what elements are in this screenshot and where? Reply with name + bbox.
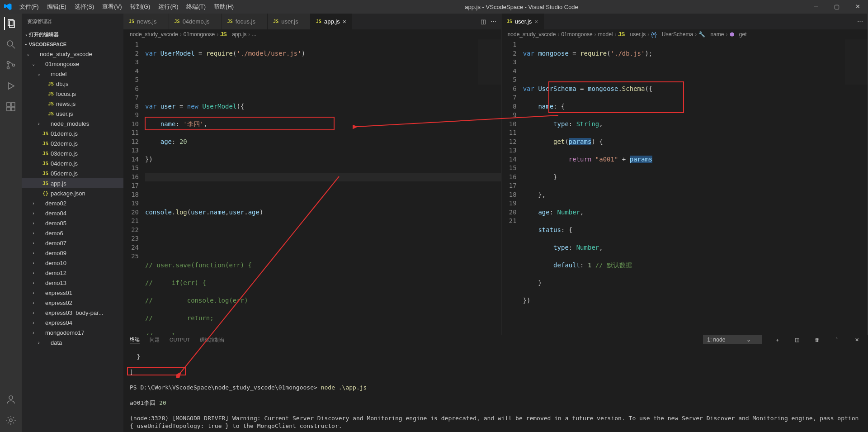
tree-item[interactable]: JS05demo.js (22, 168, 123, 178)
tree-item[interactable]: ›demo6 (22, 228, 123, 238)
search-icon[interactable] (5, 38, 17, 51)
svg-rect-11 (11, 103, 15, 106)
new-terminal-icon[interactable]: ＋ (772, 337, 782, 343)
svg-rect-1 (9, 21, 14, 28)
more-icon[interactable]: ⋯ (491, 18, 496, 25)
svg-line-3 (12, 46, 15, 48)
editor-group-1: JSnews.js× JS04demo.js× JSfocus.js× JSus… (123, 14, 501, 335)
close-button[interactable]: ✕ (847, 0, 868, 14)
split-editor-icon[interactable]: ◫ (481, 18, 486, 25)
tree-item[interactable]: {}package.json (22, 188, 123, 198)
svg-rect-0 (8, 19, 13, 26)
minimap[interactable] (478, 39, 501, 85)
sidebar: 资源管理器 ⋯ ›打开的编辑器 ›VSCODESPACE ⌄node_study… (22, 14, 123, 432)
kill-terminal-icon[interactable]: 🗑 (812, 337, 822, 342)
sidebar-title: 资源管理器 (27, 18, 52, 25)
editor-group-2: JSuser.js× ⋯ node_study_vscode› 01mongoo… (501, 14, 868, 335)
minimize-button[interactable]: ─ (806, 0, 826, 14)
tree-item[interactable]: ⌄model (22, 69, 123, 79)
tree-item[interactable]: ›demo09 (22, 248, 123, 258)
tab-news[interactable]: JSnews.js× (123, 14, 169, 29)
breadcrumb-1[interactable]: node_study_vscode› 01mongoose› JS app.js… (123, 29, 501, 39)
vscode-icon (0, 3, 16, 11)
tab-user-2[interactable]: JSuser.js× (501, 14, 544, 29)
svg-point-4 (7, 62, 9, 64)
tree-item[interactable]: JSapp.js (22, 178, 123, 188)
scm-icon[interactable] (5, 59, 17, 71)
tree-item[interactable]: ›express04 (22, 318, 123, 328)
tab-app[interactable]: JSapp.js× (311, 14, 352, 29)
tree-item[interactable]: ›node_modules (22, 119, 123, 128)
account-icon[interactable] (5, 393, 17, 406)
minimap[interactable] (845, 39, 868, 85)
tree-item[interactable]: ›demo04 (22, 208, 123, 218)
tree-item[interactable]: JS03demo.js (22, 148, 123, 158)
menu-select[interactable]: 选择(S) (71, 1, 98, 13)
split-terminal-icon[interactable]: ◫ (792, 337, 802, 343)
tree-item[interactable]: ›data (22, 337, 123, 347)
menu-goto[interactable]: 转到(G) (127, 1, 154, 13)
panel-tab-debug[interactable]: 调试控制台 (200, 337, 225, 343)
tree-item[interactable]: ›demo05 (22, 218, 123, 228)
close-panel-icon[interactable]: ✕ (852, 337, 862, 343)
tree-item[interactable]: ›express01 (22, 288, 123, 298)
close-icon[interactable]: × (343, 18, 346, 25)
maximize-panel-icon[interactable]: ˆ (832, 337, 842, 342)
panel-tab-terminal[interactable]: 终端 (130, 336, 140, 343)
tree-item[interactable]: ›demo13 (22, 278, 123, 288)
tree-item[interactable]: JS02demo.js (22, 138, 123, 148)
tree-item[interactable]: ›express02 (22, 298, 123, 308)
code-editor-2[interactable]: 123456789101112131415161718192021 var mo… (501, 39, 868, 335)
svg-rect-9 (7, 107, 10, 111)
terminal[interactable]: } ] PS D:\CWork\VScodeSpace\node_study_v… (123, 344, 868, 432)
tab-focus[interactable]: JSfocus.js× (222, 14, 268, 29)
menu-file[interactable]: 文件(F) (16, 1, 42, 13)
maximize-button[interactable]: ▢ (826, 0, 847, 14)
settings-icon[interactable] (5, 414, 17, 427)
menu-run[interactable]: 运行(R) (155, 1, 182, 13)
titlebar: 文件(F) 编辑(E) 选择(S) 查看(V) 转到(G) 运行(R) 终端(T… (0, 0, 868, 14)
more-icon[interactable]: ⋯ (857, 18, 863, 25)
tree-item[interactable]: JSdb.js (22, 79, 123, 89)
workspace-section[interactable]: ›VSCODESPACE (22, 40, 123, 49)
tree-item[interactable]: ›demo02 (22, 198, 123, 208)
panel-tab-output[interactable]: OUTPUT (170, 337, 190, 342)
tree-item[interactable]: ›demo10 (22, 258, 123, 268)
svg-rect-8 (7, 103, 10, 106)
tree-item[interactable]: ›mongodemo17 (22, 328, 123, 337)
panel: 终端 问题 OUTPUT 调试控制台 1: node ⌄ ＋ ◫ 🗑 ˆ ✕ }… (123, 335, 868, 432)
sidebar-more-icon[interactable]: ⋯ (113, 19, 118, 24)
tree-item[interactable]: ›express03_body-par... (22, 308, 123, 318)
tab-user[interactable]: JSuser.js× (268, 14, 311, 29)
svg-point-2 (7, 41, 13, 46)
menu-help[interactable]: 帮助(H) (210, 1, 237, 13)
tree-item[interactable]: ›demo12 (22, 268, 123, 278)
menu-view[interactable]: 查看(V) (99, 1, 125, 13)
terminal-selector[interactable]: 1: node ⌄ (703, 335, 762, 344)
tree-item[interactable]: ⌄01mongoose (22, 59, 123, 69)
menu-terminal[interactable]: 终端(T) (183, 1, 209, 13)
extensions-icon[interactable] (5, 100, 17, 113)
debug-icon[interactable] (5, 80, 17, 92)
open-editors-section[interactable]: ›打开的编辑器 (22, 29, 123, 40)
code-editor-1[interactable]: 1234567891011121314151617181920212223242… (123, 39, 501, 335)
tree-item[interactable]: JS04demo.js (22, 158, 123, 168)
svg-marker-7 (9, 83, 14, 89)
tree-item[interactable]: ›demo07 (22, 238, 123, 248)
breadcrumb-2[interactable]: node_study_vscode› 01mongoose› model› JS… (501, 29, 868, 39)
tab-04demo[interactable]: JS04demo.js× (169, 14, 222, 29)
menu-edit[interactable]: 编辑(E) (43, 1, 70, 13)
tree-item[interactable]: ⌄node_study_vscode (22, 49, 123, 59)
tabs-1: JSnews.js× JS04demo.js× JSfocus.js× JSus… (123, 14, 501, 29)
close-icon[interactable]: × (534, 18, 538, 25)
tree-item[interactable]: JSfocus.js (22, 89, 123, 99)
panel-tab-problems[interactable]: 问题 (150, 337, 160, 343)
window-title: app.js - VScodeSpace - Visual Studio Cod… (237, 4, 806, 10)
svg-point-13 (9, 419, 12, 422)
menu-bar: 文件(F) 编辑(E) 选择(S) 查看(V) 转到(G) 运行(R) 终端(T… (16, 1, 237, 13)
explorer-icon[interactable] (4, 17, 17, 30)
tree-item[interactable]: JSuser.js (22, 109, 123, 119)
tree-item[interactable]: JS01demo.js (22, 128, 123, 138)
tree-item[interactable]: JSnews.js (22, 99, 123, 109)
svg-point-6 (13, 64, 15, 66)
